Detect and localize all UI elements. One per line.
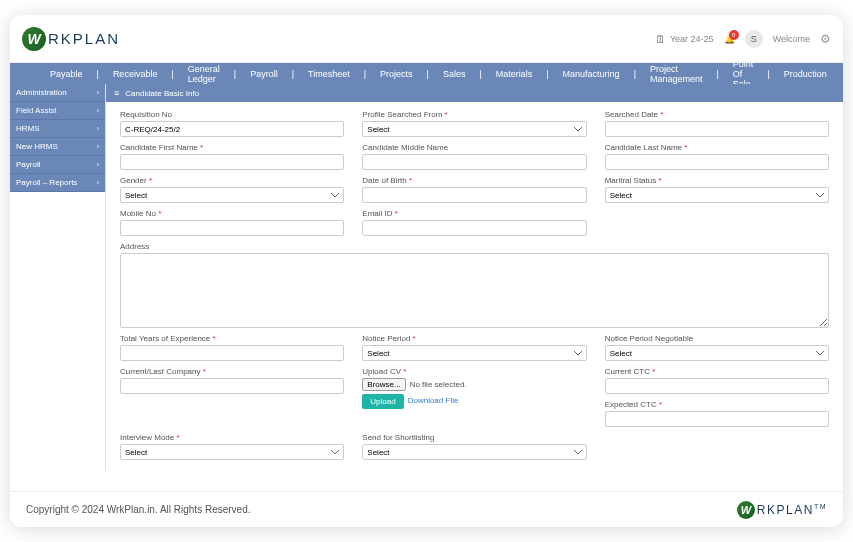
welcome-label: Welcome	[773, 34, 810, 44]
chevron-right-icon: ›	[97, 161, 99, 168]
footer-logo: W RKPLANTM	[737, 501, 827, 519]
logo-icon: W	[22, 27, 46, 51]
chevron-right-icon: ›	[97, 125, 99, 132]
mobile-input[interactable]	[120, 220, 344, 236]
interview-mode-select[interactable]: Select	[120, 444, 344, 460]
send-shortlisting-label: Send for Shortlisting	[362, 433, 586, 442]
upload-cv-label: Upload CV *	[362, 367, 586, 376]
nav-gl[interactable]: General Ledger	[178, 64, 230, 84]
sidebar-item-field-assist[interactable]: Field Assist›	[10, 102, 105, 120]
logo-text: RKPLAN	[48, 30, 120, 47]
app-header: W RKPLAN 🗓 Year 24-25 🔔 0 S Welcome ⚙	[10, 15, 843, 63]
expected-ctc-input[interactable]	[605, 411, 829, 427]
notice-negotiable-select[interactable]: Select	[605, 345, 829, 361]
gender-select[interactable]: Select	[120, 187, 344, 203]
last-name-input[interactable]	[605, 154, 829, 170]
profile-searched-from-select[interactable]: Select	[362, 121, 586, 137]
middle-name-input[interactable]	[362, 154, 586, 170]
sidebar-item-new-hrms[interactable]: New HRMS›	[10, 138, 105, 156]
dob-input[interactable]	[362, 187, 586, 203]
experience-input[interactable]	[120, 345, 344, 361]
gender-label: Gender *	[120, 176, 344, 185]
notification-button[interactable]: 🔔 0	[724, 34, 735, 44]
footer: Copyright © 2024 WrkPlan.in. All Rights …	[10, 491, 843, 527]
chevron-right-icon: ›	[97, 143, 99, 150]
company-input[interactable]	[120, 378, 344, 394]
current-ctc-input[interactable]	[605, 378, 829, 394]
file-status: No file selected.	[410, 380, 467, 389]
interview-mode-label: Interview Mode *	[120, 433, 344, 442]
email-label: Email ID *	[362, 209, 586, 218]
nav-manufacturing[interactable]: Manufacturing	[553, 69, 630, 79]
nav-timesheet[interactable]: Timesheet	[298, 69, 360, 79]
nav-sales[interactable]: Sales	[433, 69, 476, 79]
footer-logo-icon: W	[737, 501, 755, 519]
sidebar-item-payroll[interactable]: Payroll›	[10, 156, 105, 174]
searched-date-label: Searched Date *	[605, 110, 829, 119]
copyright-text: Copyright © 2024 WrkPlan.in. All Rights …	[26, 504, 251, 515]
profile-searched-from-label: Profile Searched From *	[362, 110, 586, 119]
footer-logo-text: RKPLANTM	[757, 503, 827, 517]
searched-date-input[interactable]	[605, 121, 829, 137]
notice-period-select[interactable]: Select	[362, 345, 586, 361]
sidebar: Administration› Field Assist› HRMS› New …	[10, 84, 106, 471]
marital-label: Maritral Status *	[605, 176, 829, 185]
upload-button[interactable]: Upload	[362, 394, 403, 409]
notice-negotiable-label: Notice Period Negotiable	[605, 334, 829, 343]
year-label: Year 24-25	[670, 34, 714, 44]
dob-label: Date of Birth *	[362, 176, 586, 185]
form-area: Requisition No Profile Searched From * S…	[106, 102, 843, 471]
expected-ctc-label: Expected CTC *	[605, 400, 829, 409]
page-title: Candidate Basic Info	[125, 89, 199, 98]
first-name-input[interactable]	[120, 154, 344, 170]
top-nav: Payable| Receivable| General Ledger| Pay…	[10, 63, 843, 84]
address-textarea[interactable]	[120, 253, 829, 328]
last-name-label: Candidate Last Name *	[605, 143, 829, 152]
send-shortlisting-select[interactable]: Select	[362, 444, 586, 460]
experience-label: Total Years of Experience *	[120, 334, 344, 343]
user-avatar[interactable]: S	[745, 30, 763, 48]
chevron-right-icon: ›	[97, 89, 99, 96]
nav-receivable[interactable]: Receivable	[103, 69, 168, 79]
chevron-right-icon: ›	[97, 179, 99, 186]
nav-payroll[interactable]: Payroll	[240, 69, 288, 79]
chevron-right-icon: ›	[97, 107, 99, 114]
mobile-label: Mobile No *	[120, 209, 344, 218]
address-label: Address	[120, 242, 829, 251]
notification-badge: 0	[729, 30, 739, 40]
logo[interactable]: W RKPLAN	[22, 27, 120, 51]
current-ctc-label: Current CTC *	[605, 367, 829, 376]
middle-name-label: Candidate Middle Name	[362, 143, 586, 152]
menu-icon[interactable]: ≡	[114, 88, 119, 98]
gear-icon[interactable]: ⚙	[820, 32, 831, 46]
calendar-icon: 🗓	[655, 33, 666, 45]
requisition-no-input[interactable]	[120, 121, 344, 137]
nav-production[interactable]: Production	[774, 69, 837, 79]
marital-select[interactable]: Select	[605, 187, 829, 203]
browse-button[interactable]: Browse...	[362, 378, 405, 391]
nav-projects[interactable]: Projects	[370, 69, 423, 79]
sidebar-item-admin[interactable]: Administration›	[10, 84, 105, 102]
company-label: Current/Last Company *	[120, 367, 344, 376]
first-name-label: Candidate First Name *	[120, 143, 344, 152]
sidebar-item-hrms[interactable]: HRMS›	[10, 120, 105, 138]
email-input[interactable]	[362, 220, 586, 236]
nav-pm[interactable]: Project Management	[640, 64, 713, 84]
nav-materials[interactable]: Materials	[486, 69, 543, 79]
sidebar-item-payroll-reports[interactable]: Payroll – Reports›	[10, 174, 105, 192]
content-header: ≡ Candidate Basic Info	[106, 84, 843, 102]
requisition-no-label: Requisition No	[120, 110, 344, 119]
nav-payable[interactable]: Payable	[40, 69, 93, 79]
year-selector[interactable]: 🗓 Year 24-25	[655, 33, 714, 45]
download-file-link[interactable]: Download File	[408, 396, 459, 405]
notice-period-label: Notice Period *	[362, 334, 586, 343]
